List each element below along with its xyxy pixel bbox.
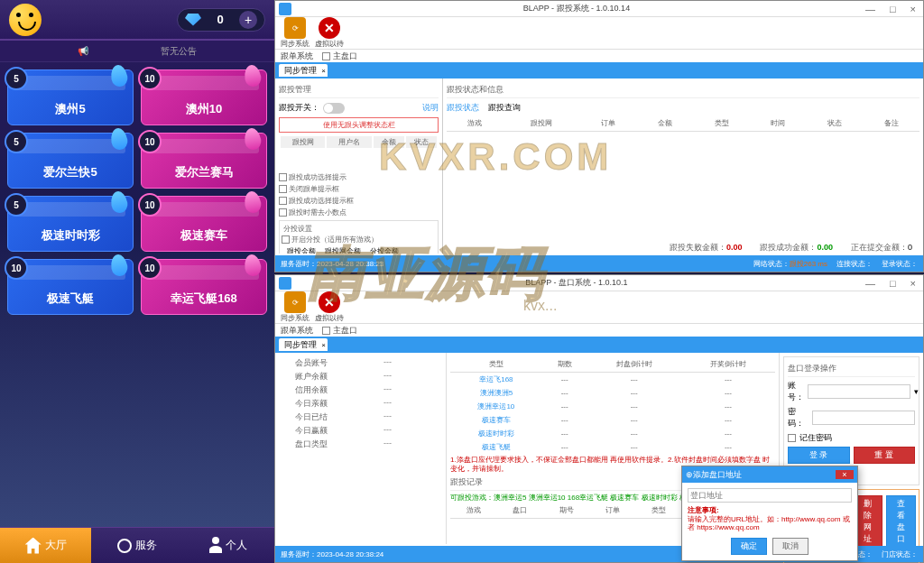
- close-button[interactable]: ×: [907, 4, 919, 14]
- app1-left-panel: 跟投管理 跟投开关： 说明 使用无跟头调整状态栏 跟投网用户名余额状态 跟投成功…: [275, 78, 443, 254]
- warn-box: 使用无跟头调整状态栏: [279, 117, 439, 133]
- stop-icon: ✕: [319, 291, 340, 313]
- left-panel-title: 跟投管理: [279, 82, 439, 98]
- app1-tabstrip: 同步管理: [275, 62, 923, 78]
- currency-value: 0: [207, 13, 234, 26]
- cloud-icon: [117, 539, 132, 553]
- minimize-button[interactable]: —: [862, 278, 879, 289]
- game-card[interactable]: 10 澳州10: [141, 69, 267, 125]
- table-row: 澳洲幸运10---------: [450, 400, 775, 413]
- explain-link[interactable]: 说明: [422, 102, 439, 114]
- server-time: 服务器时：2023-04-28 20:38:23: [281, 259, 383, 269]
- checkbox[interactable]: [322, 52, 330, 60]
- server-time: 服务器时：2023-04-28 20:38:24: [281, 549, 383, 559]
- game-card[interactable]: 10 极速飞艇: [7, 259, 134, 315]
- app1-right-panel: 跟投状态和信息 跟投状态 跟投查询 游戏跟投网订单金额类型时间状态备注: [443, 78, 923, 254]
- maximize-button[interactable]: □: [886, 278, 900, 289]
- virtual-button[interactable]: ✕ 虚拟以待: [315, 291, 344, 323]
- minimize-button[interactable]: —: [862, 4, 879, 14]
- checkbox[interactable]: [279, 197, 287, 205]
- gem-icon: [185, 14, 201, 26]
- person-icon: [209, 546, 222, 553]
- user-input[interactable]: [808, 384, 910, 399]
- virtual-button[interactable]: ✕ 虚拟以待: [315, 17, 344, 49]
- ok-button[interactable]: 确定: [731, 538, 767, 555]
- dropdown-icon[interactable]: ▾: [914, 387, 919, 396]
- sub-menu: 跟单系统 主盘口: [275, 50, 923, 62]
- reset-button[interactable]: 重 置: [854, 447, 916, 464]
- game-status-table: 类型期数封盘倒计时开奖倒计时 幸运飞168---------澳洲澳洲5-----…: [450, 356, 775, 454]
- game-sidebar: 0 + 📢 暂无公告 5 澳州5 10 澳州10 5 爱尔兰快5 10 爱尔兰赛…: [0, 0, 274, 563]
- smiley-avatar[interactable]: [9, 4, 42, 36]
- tab-sync-mgmt[interactable]: 同步管理: [279, 64, 328, 77]
- app2-toolbar: ⟳ 同步系统 ✕ 虚拟以待: [275, 291, 923, 324]
- game-name: 澳州5: [8, 101, 133, 117]
- maximize-button[interactable]: □: [886, 4, 900, 14]
- bottom-nav: 大厅 服务 个人: [0, 527, 274, 563]
- tab-sync-mgmt[interactable]: 同步管理: [279, 338, 328, 351]
- badge: 10: [138, 130, 162, 153]
- announcement-bar: 📢 暂无公告: [0, 41, 274, 62]
- game-name: 爱尔兰快5: [8, 164, 133, 180]
- game-card[interactable]: 10 幸运飞艇168: [141, 259, 267, 315]
- tab-status[interactable]: 跟投状态: [447, 102, 479, 114]
- view-button[interactable]: 查看盘口: [886, 495, 916, 548]
- game-name: 极速飞艇: [8, 291, 133, 307]
- app2-titlebar: BLAPP - 盘口系统 - 1.0.10.1 — □ ×: [275, 275, 923, 291]
- badge: 5: [5, 67, 28, 90]
- game-card[interactable]: 10 爱尔兰赛马: [141, 133, 267, 189]
- follow-switch[interactable]: [323, 103, 345, 114]
- status-table: 游戏跟投网订单金额类型时间状态备注: [447, 115, 919, 132]
- add-url-dialog: ⊕ 添加盘口地址 × 注意事项:请输入完整的URL地址。如：http://www…: [681, 466, 858, 561]
- game-name: 幸运飞艇168: [142, 291, 266, 307]
- money-summary: 跟投失败金额：0.00 跟投成功金额：0.00 正在提交金额：0: [664, 240, 918, 255]
- app2-window: BLAPP - 盘口系统 - 1.0.10.1 — □ × ⟳ 同步系统 ✕ 虚…: [274, 274, 924, 563]
- tab-query[interactable]: 跟投查询: [488, 102, 521, 114]
- cancel-button[interactable]: 取消: [772, 538, 808, 555]
- login-button[interactable]: 登 录: [788, 447, 850, 464]
- dialog-titlebar[interactable]: ⊕ 添加盘口地址 ×: [682, 466, 857, 483]
- game-card[interactable]: 10 极速赛车: [141, 196, 267, 252]
- currency-display: 0 +: [177, 8, 265, 32]
- dialog-close-button[interactable]: ×: [836, 470, 854, 479]
- game-name: 极速赛车: [142, 227, 266, 244]
- game-card[interactable]: 5 爱尔兰快5: [7, 133, 134, 189]
- speaker-icon: 📢: [78, 46, 88, 56]
- game-card[interactable]: 5 极速时时彩: [7, 196, 134, 252]
- announcement-text: 暂无公告: [161, 45, 197, 58]
- checkbox[interactable]: [279, 173, 287, 181]
- split-checkbox[interactable]: [282, 235, 290, 244]
- info-row: 账户余额---: [279, 370, 442, 383]
- checkbox[interactable]: [279, 208, 287, 217]
- nav-lobby[interactable]: 大厅: [0, 528, 91, 563]
- add-currency-button[interactable]: +: [239, 11, 257, 29]
- close-button[interactable]: ×: [907, 278, 919, 289]
- game-name: 爱尔兰赛马: [142, 164, 266, 180]
- table-row: 澳洲澳洲5---------: [450, 386, 775, 400]
- nav-profile[interactable]: 个人: [183, 528, 274, 563]
- info-row: 会员账号---: [279, 356, 442, 370]
- badge: 5: [5, 130, 28, 153]
- pass-input[interactable]: [812, 411, 915, 425]
- account-info-panel: 会员账号---账户余额---信用余额---今日亲额---今日已结---今日赢额-…: [275, 353, 447, 544]
- url-input[interactable]: [688, 488, 852, 503]
- window-controls: — □ ×: [862, 4, 919, 14]
- top-bar: 0 +: [0, 0, 274, 41]
- sync-button[interactable]: ⟳ 同步系统: [281, 17, 310, 49]
- app1-title: BLAPP - 跟投系统 - 1.0.10.14: [291, 3, 862, 14]
- info-row: 盘口类型---: [279, 438, 442, 451]
- sync-button[interactable]: ⟳ 同步系统: [281, 291, 310, 323]
- checkbox[interactable]: [279, 185, 287, 193]
- checkbox[interactable]: [322, 327, 330, 335]
- remember-checkbox[interactable]: [788, 434, 796, 442]
- follow-table: 跟投网用户名余额状态: [279, 134, 439, 150]
- app2-tabstrip: 同步管理: [275, 337, 923, 353]
- game-name: 极速时时彩: [8, 227, 133, 244]
- main-panel: 类型期数封盘倒计时开奖倒计时 幸运飞168---------澳洲澳洲5-----…: [447, 353, 779, 544]
- table-row: 幸运飞168---------: [450, 373, 775, 387]
- game-grid: 5 澳州5 10 澳州10 5 爱尔兰快5 10 爱尔兰赛马 5 极速时时彩 1…: [0, 62, 274, 322]
- info-row: 今日已结---: [279, 411, 442, 424]
- nav-service[interactable]: 服务: [91, 528, 182, 563]
- game-card[interactable]: 5 澳州5: [7, 69, 134, 125]
- info-row: 今日亲额---: [279, 397, 442, 411]
